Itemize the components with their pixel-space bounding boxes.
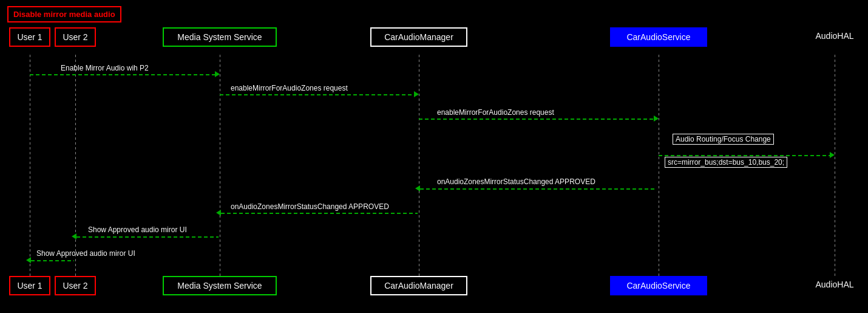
msg3-head — [654, 115, 659, 122]
title-box: Disable mirror media audio — [7, 6, 121, 22]
actor-audiohal-bottom: AudioHAL — [807, 276, 862, 293]
actor-cam-top: CarAudioManager — [370, 27, 467, 47]
msg4-label: Audio Routing/Focus Change — [673, 134, 774, 145]
actor-user1-top: User 1 — [9, 27, 50, 47]
lifeline-cas — [659, 55, 659, 276]
title-text: Disable mirror media audio — [13, 10, 115, 19]
diagram-container: Disable mirror media audio User 1 User 2… — [0, 0, 868, 313]
msg9-line — [31, 260, 74, 261]
msg5-sublabel: src=mirror_bus;dst=bus_10,bus_20; — [665, 157, 787, 168]
msg6-label: onAudioZonesMirrorStatusChanged APPROVED — [437, 177, 595, 186]
actor-cam-bottom: CarAudioManager — [370, 276, 467, 295]
lifeline-user2 — [75, 55, 76, 276]
msg8-line — [76, 236, 219, 238]
actor-user2-top: User 2 — [55, 27, 96, 47]
msg6-head — [415, 185, 420, 191]
msg1-head — [215, 71, 220, 77]
actor-user2-bottom: User 2 — [55, 276, 96, 295]
lifeline-cam — [419, 55, 419, 276]
msg7-label: onAudioZonesMirrorStatusChanged APPROVED — [231, 202, 389, 211]
msg2-label: enableMirrorForAudioZones request — [231, 84, 348, 92]
msg3-line — [419, 119, 657, 120]
msg5-head — [830, 152, 835, 158]
msg5-line — [659, 155, 833, 156]
msg2-head — [414, 91, 419, 97]
actor-cas-top: CarAudioService — [610, 27, 707, 47]
lifeline-user1 — [30, 55, 30, 276]
msg7-head — [216, 210, 221, 216]
msg1-line — [30, 74, 219, 75]
actor-audiohal-top: AudioHAL — [807, 27, 862, 44]
actor-user1-bottom: User 1 — [9, 276, 50, 295]
msg3-label: enableMirrorForAudioZones request — [437, 108, 554, 117]
msg6-line — [420, 188, 657, 190]
msg9-label: Show Approved audio miror UI — [36, 249, 135, 258]
actor-mss-top: Media System Service — [163, 27, 277, 47]
msg2-line — [220, 94, 418, 95]
msg9-head — [26, 257, 31, 263]
actor-mss-bottom: Media System Service — [163, 276, 277, 295]
msg1-label: Enable Mirror Audio wih P2 — [61, 64, 149, 72]
lifeline-audiohal — [835, 55, 835, 276]
msg8-label: Show Approved audio miror UI — [88, 225, 187, 234]
msg7-line — [221, 213, 418, 214]
lifeline-mss — [220, 55, 220, 276]
actor-cas-bottom: CarAudioService — [610, 276, 707, 295]
msg8-head — [72, 233, 76, 239]
